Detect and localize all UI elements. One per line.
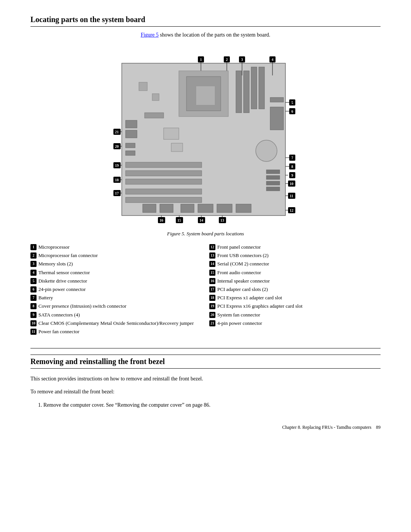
footer: Chapter 8. Replacing FRUs - Tamdhu compu… [30,425,381,430]
part-item: 2Microprocessor fan connector [30,252,202,259]
svg-text:10: 10 [290,182,293,186]
section2-title: Removing and reinstalling the front beze… [30,355,381,369]
part-item: 214-pin power connector [209,320,381,327]
part-label: 24-pin power connector [38,286,202,293]
part-number: 19 [209,303,215,309]
svg-text:3: 3 [241,58,243,62]
part-number: 18 [209,295,215,301]
svg-rect-89 [126,120,137,128]
part-number: 12 [209,244,215,250]
part-number: 11 [30,329,37,335]
part-label: Clear CMOS (Complementary Metal Oxide Se… [38,320,202,327]
svg-rect-71 [270,97,284,102]
svg-text:1: 1 [200,58,202,62]
part-number: 7 [30,295,37,301]
parts-list: 1Microprocessor2Microprocessor fan conne… [30,244,381,337]
svg-rect-72 [270,107,284,130]
section-divider [30,348,381,348]
svg-rect-75 [266,176,280,179]
svg-rect-74 [266,170,280,174]
part-item: 14Serial (COM 2) connector [209,260,381,267]
part-item: 12Front panel connector [209,244,381,251]
figure-caption: Figure 5. System board parts locations [30,231,381,237]
part-item: 8Cover presence (Intrusion) switch conne… [30,303,202,310]
parts-left-column: 1Microprocessor2Microprocessor fan conne… [30,244,209,337]
svg-rect-86 [198,204,213,212]
part-label: Internal speaker connector [217,278,381,284]
part-label: 4-pin power connector [217,320,381,327]
svg-rect-94 [152,94,159,101]
svg-marker-66 [196,86,215,105]
svg-text:4: 4 [272,58,274,62]
section2-para1: This section provides instructions on ho… [30,375,381,383]
svg-text:13: 13 [220,218,224,222]
part-label: Diskette drive connector [38,278,202,284]
svg-rect-90 [126,130,137,138]
svg-text:7: 7 [292,156,293,160]
part-number: 8 [30,303,37,309]
part-label: Memory slots (2) [38,260,202,267]
diagram-container: 1 2 3 4 5 6 7 8 9 10 11 12 [84,44,327,227]
part-item: 16Internal speaker connector [209,278,381,284]
part-label: Serial (COM 2) connector [217,260,381,267]
part-number: 13 [209,252,215,259]
part-item: 3Memory slots (2) [30,260,202,267]
part-number: 14 [209,261,215,267]
part-label: Battery [38,294,202,301]
part-label: System fan connector [217,312,381,318]
part-label: Front USB connectors (2) [217,252,381,259]
footer-chapter: Chapter 8. Replacing FRUs - Tamdhu compu… [282,425,371,430]
svg-rect-68 [244,71,249,113]
part-label: Thermal sensor connector [38,269,202,276]
svg-text:9: 9 [292,173,293,177]
svg-rect-95 [164,128,179,139]
part-number: 2 [30,252,37,259]
part-item: 15Front audio connector [209,269,381,276]
part-number: 17 [209,286,215,292]
svg-rect-81 [126,189,202,194]
svg-text:2: 2 [226,58,228,62]
part-item: 4Thermal sensor connector [30,269,202,276]
svg-rect-93 [139,82,147,91]
svg-rect-80 [126,179,202,184]
section1-title: Locating parts on the system board [30,15,381,27]
parts-right-column: 12Front panel connector13Front USB conne… [209,244,381,337]
part-item: 1Microprocessor [30,244,202,251]
svg-rect-87 [217,204,232,212]
svg-text:14: 14 [199,218,203,222]
svg-rect-78 [126,162,202,168]
part-item: 20System fan connector [209,312,381,318]
svg-rect-77 [266,187,280,191]
svg-text:19: 19 [115,163,119,168]
svg-rect-67 [236,71,242,113]
part-number: 20 [209,312,215,318]
svg-rect-84 [160,204,173,212]
part-label: PCI Express x16 graphics adapter card sl… [217,303,381,310]
section2-para2: To remove and reinstall the front bezel: [30,388,381,396]
system-board-diagram: 1 2 3 4 5 6 7 8 9 10 11 12 [84,44,327,227]
part-item: 9SATA connectors (4) [30,312,202,318]
part-label: Cover presence (Intrusion) switch connec… [38,303,202,310]
svg-rect-97 [145,113,164,118]
part-label: Microprocessor fan connector [38,252,202,259]
part-item: 10Clear CMOS (Complementary Metal Oxide … [30,320,202,327]
svg-rect-69 [251,67,257,109]
part-item: 19PCI Express x16 graphics adapter card … [209,303,381,310]
part-number: 9 [30,312,37,318]
part-label: Front panel connector [217,244,381,251]
svg-text:12: 12 [290,208,293,212]
part-label: SATA connectors (4) [38,312,202,318]
part-number: 10 [30,320,37,326]
part-number: 4 [30,270,37,276]
part-number: 21 [209,320,215,326]
figure5-link[interactable]: Figure 5 [141,32,159,38]
svg-rect-85 [181,204,194,212]
section2-step1: 1. Remove the computer cover. See “Remov… [38,401,381,409]
svg-point-73 [256,140,277,161]
svg-text:21: 21 [115,130,119,134]
svg-rect-83 [143,204,156,212]
svg-text:17: 17 [115,191,119,195]
svg-rect-96 [171,143,183,152]
intro-paragraph: Figure 5 shows the location of the parts… [30,32,381,38]
svg-text:15: 15 [177,218,181,222]
